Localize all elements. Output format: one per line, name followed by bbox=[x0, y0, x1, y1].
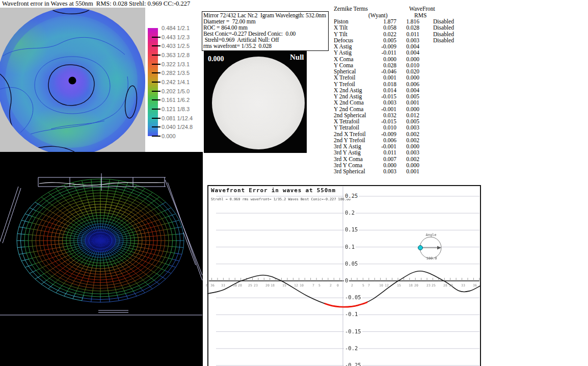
x-axis-label: 25 bbox=[432, 283, 436, 287]
zernike-term-name: Y Trefoil bbox=[334, 81, 355, 87]
zernike-wyant-value: 0.028 bbox=[356, 62, 396, 68]
zernike-rms-value: 0.000 bbox=[400, 74, 419, 81]
zernike-wyant-value: -0.009 bbox=[356, 131, 396, 137]
x-axis-label: 23 bbox=[254, 283, 258, 287]
legend-tick bbox=[152, 99, 161, 100]
zernike-wyant-value: 0.032 bbox=[356, 112, 396, 118]
legend-label: 0.282 1/3.5 bbox=[162, 70, 190, 76]
zernike-rms-value: 0.002 bbox=[400, 156, 419, 162]
zernike-wyant-value: 0.058 bbox=[356, 24, 396, 31]
zernike-wyant-value: 0.010 bbox=[356, 124, 396, 130]
zernike-row: 2nd X Trefoil-0.0090.002 bbox=[333, 131, 480, 137]
zernike-wyant-value: -0.046 bbox=[356, 68, 396, 74]
x-axis-label: 33 bbox=[221, 283, 225, 287]
zernike-disabled-toggle[interactable]: Disabled bbox=[433, 37, 454, 43]
legend-tick bbox=[152, 136, 161, 137]
zernike-term-name: X Coma bbox=[334, 56, 354, 62]
zernike-row: Y Tilt0.0220.011Disabled bbox=[333, 31, 480, 37]
zernike-row: Spherical-0.0460.020 bbox=[333, 68, 480, 74]
zernike-row: Y Tetrafoil0.0100.003 bbox=[333, 124, 480, 130]
zernike-row: Y Trefoil0.0180.006 bbox=[333, 81, 480, 87]
igram-value-label: 0.000 bbox=[208, 55, 224, 63]
legend-label: 0.363 1/2.8 bbox=[162, 52, 190, 58]
x-axis-label: 0 bbox=[337, 283, 339, 287]
zernike-rms-value: 0.006 bbox=[400, 81, 419, 87]
info-line-4: Strehl=0.969 Artifical Null: Off bbox=[203, 37, 327, 43]
zernike-wyant-value: -0.015 bbox=[356, 93, 396, 99]
zernike-rms-value: 0.010 bbox=[400, 62, 419, 68]
zernike-row: 3rd X Coma0.0070.002 bbox=[333, 156, 480, 162]
zernike-row: Defocus0.0050.003Disabled bbox=[333, 37, 480, 43]
legend-tick bbox=[152, 64, 161, 65]
zernike-wyant-value: 0.003 bbox=[356, 168, 396, 174]
legend-label: 0.403 1/2.5 bbox=[162, 43, 190, 49]
zernike-row: X 2nd Coma0.0030.001 bbox=[333, 99, 480, 106]
zernike-wyant-value: -0.015 bbox=[356, 118, 396, 124]
info-line-2: ROC = 864.00 mm bbox=[203, 24, 327, 31]
wavefront-map-panel bbox=[0, 8, 145, 152]
legend-label: 0.202 1/5.0 bbox=[162, 88, 190, 94]
zernike-wyant-value: 0.018 bbox=[356, 81, 396, 87]
legend-tick bbox=[152, 118, 161, 119]
zernike-disabled-toggle[interactable]: Disabled bbox=[433, 18, 454, 24]
zernike-term-name: X Astig bbox=[334, 43, 352, 49]
zernike-row: Y Coma0.0280.010 bbox=[333, 62, 480, 68]
zernike-rms-value: 0.020 bbox=[400, 68, 419, 74]
zernike-rms-value: 0.004 bbox=[400, 49, 419, 56]
x-axis-label: 7 bbox=[368, 283, 370, 287]
interferogram-image bbox=[212, 57, 305, 149]
zernike-rms-value: 0.011 bbox=[400, 31, 419, 37]
x-axis-label: 28 bbox=[238, 283, 242, 287]
zernike-row: Piston1.8771.816Disabled bbox=[333, 18, 480, 24]
x-axis-label: 2 bbox=[330, 283, 332, 287]
zernike-row: Y 2nd Coma-0.0010.000 bbox=[333, 106, 480, 112]
zernike-wyant-value: 0.003 bbox=[356, 99, 396, 106]
zernike-rms-value: 1.816 bbox=[400, 18, 419, 24]
profile-chart-subtitle: Strehl = 0.969 rms wavefront= 1/35.2 Wav… bbox=[211, 197, 351, 201]
x-axis-label: 12 bbox=[385, 283, 389, 287]
zernike-row: X 2nd Astig0.0140.004 bbox=[333, 87, 480, 93]
legend-tick bbox=[152, 37, 161, 38]
zernike-col-header-rms: RMS bbox=[414, 12, 426, 18]
zernike-rms-value: 0.002 bbox=[400, 131, 419, 137]
zernike-disabled-toggle[interactable]: Disabled bbox=[433, 24, 454, 31]
zernike-rms-value: 0.012 bbox=[400, 112, 419, 118]
zernike-rms-value: 0.003 bbox=[400, 149, 419, 155]
legend-tick bbox=[152, 109, 161, 110]
zernike-wyant-value: -0.001 bbox=[356, 143, 396, 149]
legend-tick bbox=[152, 126, 161, 127]
zernike-wyant-value: -0.009 bbox=[356, 43, 396, 49]
legend-label: 0.081 1/12.4 bbox=[162, 115, 193, 121]
x-axis-label: 2 bbox=[351, 283, 353, 287]
zernike-rms-value: 0.004 bbox=[400, 87, 419, 93]
info-line-5: rms wavefront= 1/35.2 0.028 bbox=[203, 43, 327, 49]
profile-chart-title: Wavefront Error in waves at 550nm bbox=[211, 187, 336, 194]
y-axis-label: -0.05 bbox=[344, 294, 362, 300]
legend-label: 0.484 1/2.1 bbox=[162, 25, 190, 31]
zernike-rms-value: 0.004 bbox=[400, 43, 419, 49]
y-axis-label: 0 bbox=[344, 277, 349, 283]
x-axis-label: 33 bbox=[461, 283, 465, 287]
legend-label: 0.161 1/6.2 bbox=[162, 97, 190, 103]
y-axis-label: 0.1 bbox=[344, 244, 356, 250]
y-axis-label: 0.25 bbox=[344, 193, 359, 199]
zernike-row: X Tetrafoil-0.0150.005 bbox=[333, 118, 480, 124]
x-axis-label: 7 bbox=[312, 283, 314, 287]
zernike-wyant-value: 0.022 bbox=[356, 31, 396, 37]
x-axis-label: 30 bbox=[233, 283, 237, 287]
zernike-row: X Coma0.0000.000 bbox=[333, 56, 480, 62]
zernike-disabled-toggle[interactable]: Disabled bbox=[433, 31, 454, 37]
legend-label: 0.322 1/3.1 bbox=[162, 61, 190, 67]
zernike-wyant-value: -0.011 bbox=[356, 49, 396, 56]
map-center-dot bbox=[69, 77, 76, 85]
zernike-term-name: X Tilt bbox=[334, 24, 348, 31]
x-axis-label: 10 bbox=[379, 283, 383, 287]
y-axis-label: 0.2 bbox=[344, 210, 356, 216]
igram-null-label: Null bbox=[290, 53, 304, 62]
x-axis-label: 25 bbox=[248, 283, 252, 287]
x-axis-label: 36 bbox=[210, 283, 215, 287]
zernike-rms-value: 0.002 bbox=[400, 137, 419, 143]
x-axis-label: 10 bbox=[300, 283, 304, 287]
zernike-term-name: Spherical bbox=[334, 68, 356, 74]
wavefront-map-image bbox=[0, 8, 145, 152]
